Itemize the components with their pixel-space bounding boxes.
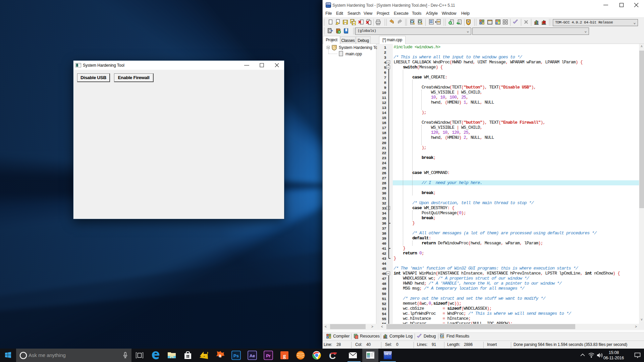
svg-text:C: C: [329, 351, 336, 360]
svg-text:C++: C++: [326, 5, 330, 7]
svg-text:Ae: Ae: [250, 353, 255, 358]
svg-text:C++: C++: [385, 355, 391, 359]
svg-text:Pr: Pr: [266, 353, 271, 358]
svg-text:a: a: [219, 353, 221, 358]
svg-text:DEV: DEV: [326, 3, 330, 5]
svg-text:Ps: Ps: [233, 353, 239, 358]
svg-text:g: g: [283, 353, 286, 359]
